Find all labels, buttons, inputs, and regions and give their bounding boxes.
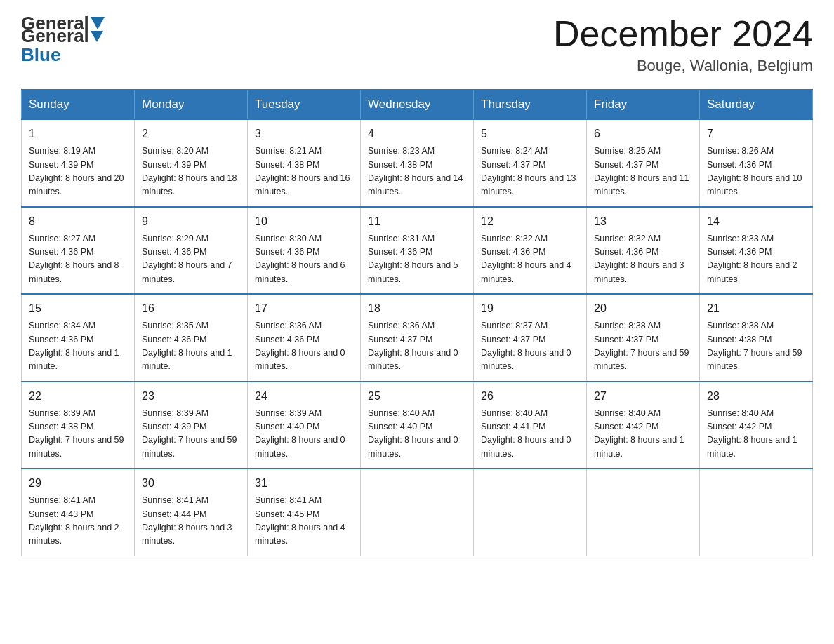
calendar-cell: 22Sunrise: 8:39 AMSunset: 4:38 PMDayligh… <box>22 382 135 469</box>
col-sunday: Sunday <box>22 90 135 119</box>
day-info: Sunrise: 8:38 AMSunset: 4:37 PMDaylight:… <box>594 319 692 374</box>
day-info: Sunrise: 8:30 AMSunset: 4:36 PMDaylight:… <box>255 232 353 287</box>
day-number: 21 <box>707 300 805 317</box>
day-info: Sunrise: 8:40 AMSunset: 4:42 PMDaylight:… <box>594 407 692 462</box>
day-number: 20 <box>594 300 692 317</box>
calendar-table: Sunday Monday Tuesday Wednesday Thursday… <box>21 89 813 556</box>
day-info: Sunrise: 8:39 AMSunset: 4:39 PMDaylight:… <box>142 407 240 462</box>
calendar-cell: 26Sunrise: 8:40 AMSunset: 4:41 PMDayligh… <box>474 382 587 469</box>
day-number: 13 <box>594 213 692 230</box>
day-info: Sunrise: 8:41 AMSunset: 4:44 PMDaylight:… <box>142 494 240 549</box>
day-number: 24 <box>255 388 353 405</box>
day-info: Sunrise: 8:26 AMSunset: 4:36 PMDaylight:… <box>707 145 805 199</box>
col-wednesday: Wednesday <box>361 90 474 119</box>
day-number: 26 <box>481 388 579 405</box>
day-number: 10 <box>255 213 353 230</box>
col-tuesday: Tuesday <box>248 90 361 119</box>
day-number: 9 <box>142 213 240 230</box>
calendar-cell: 4Sunrise: 8:23 AMSunset: 4:38 PMDaylight… <box>361 119 474 207</box>
calendar-cell: 15Sunrise: 8:34 AMSunset: 4:36 PMDayligh… <box>22 294 135 382</box>
calendar-cell: 10Sunrise: 8:30 AMSunset: 4:36 PMDayligh… <box>248 207 361 295</box>
calendar-cell: 23Sunrise: 8:39 AMSunset: 4:39 PMDayligh… <box>135 382 248 469</box>
day-number: 29 <box>29 475 127 492</box>
calendar-cell: 18Sunrise: 8:36 AMSunset: 4:37 PMDayligh… <box>361 294 474 382</box>
calendar-cell: 29Sunrise: 8:41 AMSunset: 4:43 PMDayligh… <box>22 469 135 556</box>
day-info: Sunrise: 8:39 AMSunset: 4:38 PMDaylight:… <box>29 407 127 462</box>
calendar-cell: 12Sunrise: 8:32 AMSunset: 4:36 PMDayligh… <box>474 207 587 295</box>
calendar-week-row-4: 22Sunrise: 8:39 AMSunset: 4:38 PMDayligh… <box>22 382 813 469</box>
day-number: 4 <box>368 126 466 142</box>
day-number: 1 <box>29 126 127 142</box>
day-info: Sunrise: 8:23 AMSunset: 4:38 PMDaylight:… <box>368 145 466 199</box>
col-thursday: Thursday <box>474 90 587 119</box>
day-info: Sunrise: 8:36 AMSunset: 4:36 PMDaylight:… <box>255 319 353 374</box>
calendar-cell: 5Sunrise: 8:24 AMSunset: 4:37 PMDaylight… <box>474 119 587 207</box>
day-number: 17 <box>255 300 353 317</box>
logo: General General Blue <box>21 14 106 66</box>
calendar-week-row-5: 29Sunrise: 8:41 AMSunset: 4:43 PMDayligh… <box>22 469 813 556</box>
calendar-cell: 7Sunrise: 8:26 AMSunset: 4:36 PMDaylight… <box>700 119 813 207</box>
day-number: 7 <box>707 126 805 142</box>
col-friday: Friday <box>587 90 700 119</box>
location: Bouge, Wallonia, Belgium <box>553 57 813 75</box>
calendar-cell: 11Sunrise: 8:31 AMSunset: 4:36 PMDayligh… <box>361 207 474 295</box>
calendar-cell: 19Sunrise: 8:37 AMSunset: 4:37 PMDayligh… <box>474 294 587 382</box>
calendar-cell: 2Sunrise: 8:20 AMSunset: 4:39 PMDaylight… <box>135 119 248 207</box>
calendar-cell: 27Sunrise: 8:40 AMSunset: 4:42 PMDayligh… <box>587 382 700 469</box>
day-number: 3 <box>255 126 353 142</box>
calendar-cell: 20Sunrise: 8:38 AMSunset: 4:37 PMDayligh… <box>587 294 700 382</box>
day-info: Sunrise: 8:41 AMSunset: 4:45 PMDaylight:… <box>255 494 353 549</box>
calendar-cell <box>361 469 474 556</box>
day-number: 28 <box>707 388 805 405</box>
day-info: Sunrise: 8:37 AMSunset: 4:37 PMDaylight:… <box>481 319 579 374</box>
calendar-cell: 31Sunrise: 8:41 AMSunset: 4:45 PMDayligh… <box>248 469 361 556</box>
day-number: 22 <box>29 388 127 405</box>
day-info: Sunrise: 8:35 AMSunset: 4:36 PMDaylight:… <box>142 319 240 374</box>
calendar-cell: 24Sunrise: 8:39 AMSunset: 4:40 PMDayligh… <box>248 382 361 469</box>
day-info: Sunrise: 8:38 AMSunset: 4:38 PMDaylight:… <box>707 319 805 374</box>
day-info: Sunrise: 8:27 AMSunset: 4:36 PMDaylight:… <box>29 232 127 287</box>
day-info: Sunrise: 8:40 AMSunset: 4:42 PMDaylight:… <box>707 407 805 462</box>
day-info: Sunrise: 8:41 AMSunset: 4:43 PMDaylight:… <box>29 494 127 549</box>
calendar-cell: 30Sunrise: 8:41 AMSunset: 4:44 PMDayligh… <box>135 469 248 556</box>
calendar-cell: 3Sunrise: 8:21 AMSunset: 4:38 PMDaylight… <box>248 119 361 207</box>
calendar-cell <box>587 469 700 556</box>
day-number: 15 <box>29 300 127 317</box>
day-number: 6 <box>594 126 692 142</box>
calendar-cell <box>700 469 813 556</box>
calendar-cell: 9Sunrise: 8:29 AMSunset: 4:36 PMDaylight… <box>135 207 248 295</box>
day-number: 12 <box>481 213 579 230</box>
day-number: 2 <box>142 126 240 142</box>
day-info: Sunrise: 8:32 AMSunset: 4:36 PMDaylight:… <box>481 232 579 287</box>
day-number: 30 <box>142 475 240 492</box>
calendar-cell <box>474 469 587 556</box>
day-number: 27 <box>594 388 692 405</box>
day-number: 19 <box>481 300 579 317</box>
day-info: Sunrise: 8:25 AMSunset: 4:37 PMDaylight:… <box>594 145 692 199</box>
day-number: 5 <box>481 126 579 142</box>
day-info: Sunrise: 8:24 AMSunset: 4:37 PMDaylight:… <box>481 145 579 199</box>
day-info: Sunrise: 8:40 AMSunset: 4:41 PMDaylight:… <box>481 407 579 462</box>
day-info: Sunrise: 8:33 AMSunset: 4:36 PMDaylight:… <box>707 232 805 287</box>
calendar-week-row-1: 1Sunrise: 8:19 AMSunset: 4:39 PMDaylight… <box>22 119 813 207</box>
day-number: 18 <box>368 300 466 317</box>
day-info: Sunrise: 8:20 AMSunset: 4:39 PMDaylight:… <box>142 145 240 199</box>
day-info: Sunrise: 8:36 AMSunset: 4:37 PMDaylight:… <box>368 319 466 374</box>
calendar-cell: 13Sunrise: 8:32 AMSunset: 4:36 PMDayligh… <box>587 207 700 295</box>
title-area: December 2024 Bouge, Wallonia, Belgium <box>553 14 813 75</box>
col-saturday: Saturday <box>700 90 813 119</box>
month-title: December 2024 <box>553 14 813 54</box>
day-info: Sunrise: 8:29 AMSunset: 4:36 PMDaylight:… <box>142 232 240 287</box>
day-info: Sunrise: 8:40 AMSunset: 4:40 PMDaylight:… <box>368 407 466 462</box>
calendar-cell: 1Sunrise: 8:19 AMSunset: 4:39 PMDaylight… <box>22 119 135 207</box>
day-number: 31 <box>255 475 353 492</box>
day-number: 16 <box>142 300 240 317</box>
calendar-cell: 21Sunrise: 8:38 AMSunset: 4:38 PMDayligh… <box>700 294 813 382</box>
day-number: 8 <box>29 213 127 230</box>
day-info: Sunrise: 8:21 AMSunset: 4:38 PMDaylight:… <box>255 145 353 199</box>
day-number: 14 <box>707 213 805 230</box>
day-info: Sunrise: 8:19 AMSunset: 4:39 PMDaylight:… <box>29 145 127 199</box>
calendar-cell: 8Sunrise: 8:27 AMSunset: 4:36 PMDaylight… <box>22 207 135 295</box>
day-info: Sunrise: 8:31 AMSunset: 4:36 PMDaylight:… <box>368 232 466 287</box>
day-info: Sunrise: 8:39 AMSunset: 4:40 PMDaylight:… <box>255 407 353 462</box>
